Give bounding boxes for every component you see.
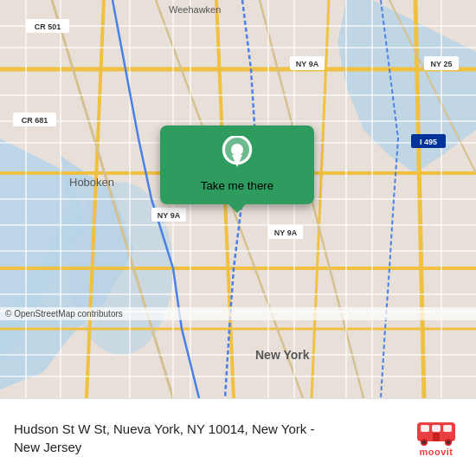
svg-text:Weehawken: Weehawken [169, 4, 221, 15]
svg-text:CR 501: CR 501 [35, 23, 61, 31]
take-me-there-button[interactable]: Take me there [160, 125, 314, 204]
address-text: Hudson St W St, Nueva York, NY 10014, Ne… [14, 420, 400, 456]
svg-text:CR 681: CR 681 [22, 116, 48, 125]
svg-point-68 [422, 441, 426, 444]
svg-rect-64 [432, 425, 441, 432]
svg-rect-63 [421, 425, 429, 432]
svg-rect-70 [433, 433, 440, 441]
svg-text:I 495: I 495 [420, 138, 437, 146]
moovit-bus-icon [415, 419, 457, 447]
svg-point-60 [232, 145, 242, 155]
svg-text:NY 9A: NY 9A [158, 211, 181, 220]
svg-text:Hoboken: Hoboken [69, 176, 114, 189]
location-pin-icon [222, 136, 253, 172]
bottom-bar: Hudson St W St, Nueva York, NY 10014, Ne… [0, 398, 476, 476]
copyright-text: OpenStreetMap contributors [14, 309, 123, 318]
moovit-text: moovit [419, 447, 453, 457]
svg-text:NY 25: NY 25 [431, 60, 453, 68]
svg-rect-65 [443, 425, 452, 432]
map-view[interactable]: CR 501 CR 681 NY 9A NY 9A NY 9A NY 25 I … [0, 0, 476, 398]
address-label: Hudson St W St, Nueva York, NY 10014, Ne… [14, 421, 314, 454]
svg-point-69 [447, 441, 450, 444]
svg-text:New York: New York [255, 348, 310, 362]
copyright-symbol: © [5, 309, 11, 318]
moovit-logo: moovit [410, 416, 462, 460]
svg-text:NY 9A: NY 9A [296, 60, 319, 68]
svg-text:NY 9A: NY 9A [274, 228, 298, 237]
take-me-there-label: Take me there [201, 179, 273, 192]
copyright-bar: © OpenStreetMap contributors [0, 307, 476, 320]
